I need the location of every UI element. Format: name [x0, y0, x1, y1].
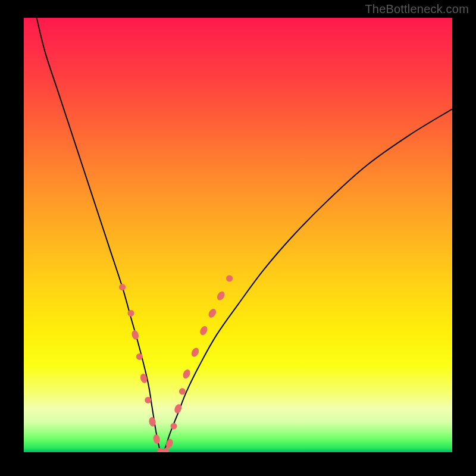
sample-dot — [181, 368, 192, 380]
sample-dot — [165, 438, 174, 449]
sample-dot — [199, 325, 209, 336]
sample-dot — [145, 397, 151, 403]
sample-dot — [139, 373, 148, 384]
sample-dot — [128, 310, 134, 317]
sample-dot — [190, 346, 200, 358]
sample-dot — [171, 423, 177, 430]
sample-dot — [215, 290, 226, 301]
bottleneck-curve — [37, 18, 452, 452]
watermark-text: TheBottleneck.com — [365, 2, 469, 16]
sample-dot — [226, 275, 233, 282]
sample-dot — [119, 284, 126, 290]
sample-dot — [136, 353, 143, 360]
sample-dots — [119, 275, 233, 453]
sample-dot — [207, 308, 218, 319]
sample-dot — [131, 330, 140, 340]
sample-dot — [152, 434, 161, 444]
plot-svg — [24, 18, 452, 452]
sample-dot — [179, 388, 186, 394]
chart-container: TheBottleneck.com — [0, 0, 476, 476]
